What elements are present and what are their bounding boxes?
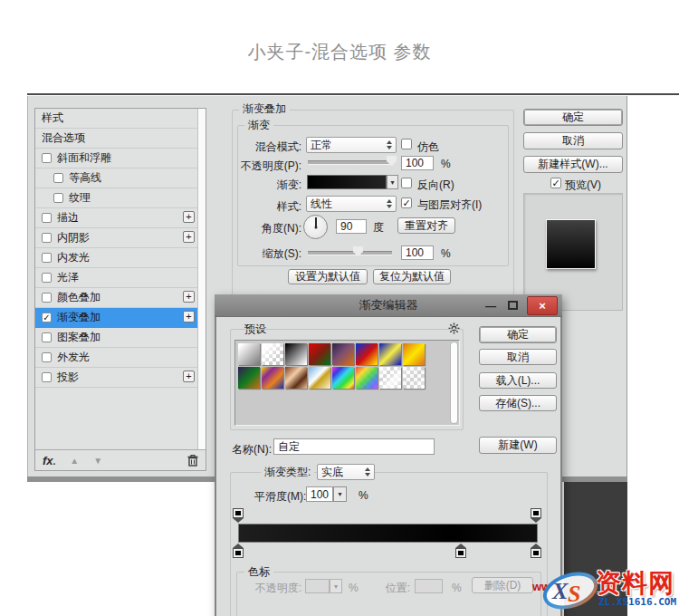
gradient-preset-swatch[interactable] — [309, 367, 330, 389]
gradient-preset-swatch[interactable] — [356, 343, 378, 365]
style-item-checkbox[interactable] — [53, 173, 63, 183]
minimize-icon[interactable]: — — [485, 300, 498, 313]
styles-list-item[interactable]: 斜面和浮雕 — [35, 149, 198, 168]
preview-checkbox[interactable]: ✓ — [550, 178, 561, 188]
gradient-preset-swatch[interactable] — [403, 343, 425, 365]
gradient-preset-swatch[interactable] — [379, 367, 401, 389]
smoothness-input[interactable]: 100 — [306, 486, 333, 502]
scale-slider[interactable] — [308, 251, 392, 255]
style-select[interactable]: 线性 — [306, 196, 397, 212]
opacity-stop-left[interactable] — [233, 508, 244, 523]
gradient-preset-swatch[interactable] — [238, 367, 260, 389]
gradient-preset-swatch[interactable] — [262, 343, 283, 365]
style-item-checkbox[interactable] — [42, 233, 52, 243]
ge-cancel-button[interactable]: 取消 — [479, 349, 557, 365]
style-item-plus-icon[interactable]: + — [183, 291, 195, 303]
style-item-checkbox[interactable] — [42, 273, 52, 283]
reverse-label: 反向(R) — [417, 178, 454, 191]
gradient-preview-bar[interactable] — [238, 524, 538, 543]
styles-list-item[interactable]: 纹理 — [35, 188, 198, 208]
angle-unit: 度 — [373, 221, 384, 234]
style-item-checkbox[interactable] — [42, 332, 52, 342]
trash-icon[interactable] — [187, 455, 198, 467]
gradient-preset-swatch[interactable] — [285, 367, 307, 389]
reverse-checkbox[interactable] — [401, 178, 412, 188]
gradient-preset-swatch[interactable] — [238, 343, 260, 365]
gradient-type-select[interactable]: 实底 — [317, 464, 375, 480]
gradient-swatch[interactable] — [307, 175, 387, 189]
styles-list-item[interactable]: 混合选项 — [35, 129, 198, 149]
styles-list-item[interactable]: 外发光 — [35, 348, 198, 368]
close-icon[interactable]: × — [527, 296, 558, 315]
name-input[interactable]: 自定 — [273, 438, 435, 455]
styles-list-item[interactable]: 图案叠加 — [35, 328, 198, 348]
opacity-stop-right[interactable] — [531, 508, 541, 523]
gradient-preset-swatch[interactable] — [332, 343, 354, 365]
gradient-preset-swatch[interactable] — [309, 343, 330, 365]
reset-align-button[interactable]: 重置对齐 — [397, 217, 455, 234]
gradient-picker-arrow[interactable]: ▾ — [387, 175, 398, 189]
blend-mode-select[interactable]: 正常 — [306, 137, 397, 153]
maximize-icon[interactable] — [508, 301, 518, 310]
angle-input[interactable]: 90 — [336, 219, 367, 234]
move-down-icon[interactable]: ▼ — [93, 456, 102, 466]
presets-scrollbar[interactable] — [450, 342, 458, 424]
styles-list-item[interactable]: 内发光 — [35, 248, 198, 268]
opacity-slider[interactable] — [308, 160, 394, 165]
ge-new-button[interactable]: 新建(W) — [479, 437, 557, 454]
style-item-plus-icon[interactable]: + — [183, 311, 195, 322]
styles-list-item[interactable]: 颜色叠加+ — [35, 288, 198, 308]
style-item-checkbox[interactable] — [42, 372, 52, 382]
ge-ok-button[interactable]: 确定 — [479, 326, 557, 343]
styles-list-item[interactable]: ✓渐变叠加+ — [35, 308, 198, 328]
style-item-checkbox[interactable]: ✓ — [42, 313, 52, 322]
style-item-checkbox[interactable] — [42, 352, 52, 362]
ls-cancel-button[interactable]: 取消 — [523, 132, 623, 149]
opacity-unit: % — [441, 158, 451, 170]
style-item-label: 等高线 — [69, 170, 101, 186]
dropdown-icon: ▾ — [334, 582, 338, 591]
gradient-preset-swatch[interactable] — [403, 367, 425, 389]
styles-list-item[interactable]: 投影+ — [35, 368, 198, 388]
style-item-plus-icon[interactable]: + — [183, 371, 195, 382]
set-default-button[interactable]: 设置为默认值 — [288, 269, 368, 284]
styles-list-item[interactable]: 光泽 — [35, 268, 198, 288]
dither-checkbox[interactable] — [401, 139, 412, 149]
gradient-preset-swatch[interactable] — [379, 343, 401, 365]
style-item-checkbox[interactable] — [42, 293, 52, 303]
move-up-icon[interactable]: ▲ — [70, 456, 79, 466]
layer-style-dialog-top-border — [27, 93, 679, 95]
color-stop-right[interactable] — [531, 544, 541, 558]
align-checkbox[interactable]: ✓ — [401, 197, 412, 208]
gradient-preset-swatch[interactable] — [332, 367, 354, 389]
color-stop-left[interactable] — [233, 544, 244, 558]
scale-input[interactable]: 100 — [401, 245, 434, 260]
color-stop-middle[interactable] — [455, 544, 466, 558]
name-label: 名称(N): — [232, 443, 272, 456]
style-item-plus-icon[interactable]: + — [183, 211, 195, 223]
gradient-preset-gradient — [379, 367, 401, 389]
style-item-plus-icon[interactable]: + — [183, 231, 195, 243]
style-item-checkbox[interactable] — [42, 253, 52, 263]
reset-default-button[interactable]: 复位为默认值 — [373, 269, 451, 284]
save-button[interactable]: 存储(S)... — [479, 395, 557, 411]
fx-icon[interactable]: fx. — [43, 454, 55, 467]
gradient-preset-swatch[interactable] — [262, 367, 283, 389]
smoothness-dropdown-arrow[interactable]: ▾ — [333, 486, 347, 502]
styles-list-scrollbar[interactable] — [197, 109, 206, 450]
styles-list-item[interactable]: 描边+ — [35, 208, 198, 228]
opacity-input[interactable]: 100 — [401, 156, 434, 170]
styles-list-item[interactable]: 等高线 — [35, 168, 198, 188]
gradient-preset-swatch[interactable] — [356, 367, 378, 389]
style-item-checkbox[interactable] — [53, 193, 63, 203]
new-style-button[interactable]: 新建样式(W)... — [523, 156, 623, 173]
styles-list-item[interactable]: 样式 — [35, 109, 198, 129]
style-item-checkbox[interactable] — [42, 153, 52, 163]
ls-ok-button[interactable]: 确定 — [523, 109, 623, 126]
gradient-preset-swatch[interactable] — [285, 343, 307, 365]
load-button[interactable]: 载入(L)... — [479, 372, 557, 389]
styles-list-item[interactable]: 内阴影+ — [35, 228, 198, 248]
style-item-checkbox[interactable] — [42, 213, 52, 223]
angle-dial[interactable] — [303, 215, 328, 239]
preset-grid — [238, 343, 447, 389]
